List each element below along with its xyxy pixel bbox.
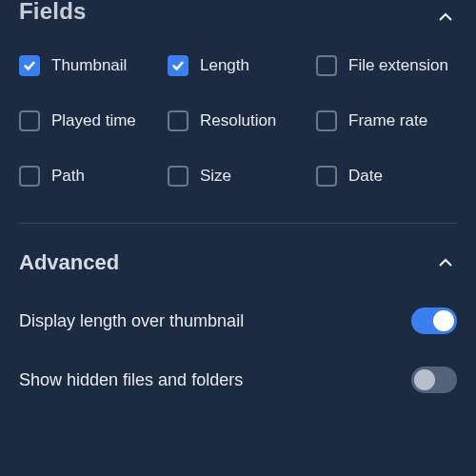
checkbox-unchecked-icon: [19, 166, 40, 187]
toggle-show-hidden-files[interactable]: [411, 367, 457, 393]
field-frame-rate[interactable]: Frame rate: [316, 110, 457, 131]
field-label: Frame rate: [348, 111, 427, 130]
field-label: Thumbnail: [51, 56, 127, 75]
fields-section-title: Fields: [19, 0, 87, 25]
field-label: File extension: [348, 56, 448, 75]
setting-label: Display length over thumbnail: [19, 311, 244, 331]
checkbox-unchecked-icon: [316, 166, 337, 187]
advanced-section-header[interactable]: Advanced: [19, 250, 457, 275]
toggle-knob-icon: [433, 310, 454, 331]
field-label: Size: [200, 167, 231, 186]
checkbox-unchecked-icon: [168, 166, 188, 187]
checkbox-unchecked-icon: [168, 110, 188, 131]
fields-section-header[interactable]: Fields: [19, 0, 457, 34]
field-length[interactable]: Length: [168, 55, 308, 76]
checkbox-checked-icon: [19, 55, 40, 76]
toggle-knob-icon: [414, 369, 435, 390]
setting-show-hidden-files: Show hidden files and folders: [19, 367, 457, 393]
field-thumbnail[interactable]: Thumbnail: [19, 55, 160, 76]
field-label: Length: [200, 56, 249, 75]
checkbox-unchecked-icon: [316, 110, 337, 131]
field-size[interactable]: Size: [168, 166, 308, 187]
field-resolution[interactable]: Resolution: [168, 110, 308, 131]
field-label: Played time: [51, 111, 136, 130]
field-date[interactable]: Date: [316, 166, 457, 187]
field-played-time[interactable]: Played time: [19, 110, 160, 131]
chevron-up-icon: [434, 251, 457, 274]
checkbox-unchecked-icon: [316, 55, 337, 76]
advanced-section-title: Advanced: [19, 250, 119, 275]
checkbox-unchecked-icon: [19, 110, 40, 131]
field-label: Date: [348, 167, 383, 186]
field-label: Path: [51, 167, 85, 186]
toggle-display-length-over-thumbnail[interactable]: [411, 307, 457, 334]
checkbox-checked-icon: [168, 55, 188, 76]
field-path[interactable]: Path: [19, 166, 160, 187]
field-file-extension[interactable]: File extension: [316, 55, 457, 76]
fields-grid: Thumbnail Length File extension Played t…: [19, 55, 457, 187]
section-divider: [19, 223, 457, 224]
chevron-up-icon: [434, 6, 457, 29]
field-label: Resolution: [200, 111, 276, 130]
setting-display-length-over-thumbnail: Display length over thumbnail: [19, 307, 457, 334]
setting-label: Show hidden files and folders: [19, 370, 243, 390]
